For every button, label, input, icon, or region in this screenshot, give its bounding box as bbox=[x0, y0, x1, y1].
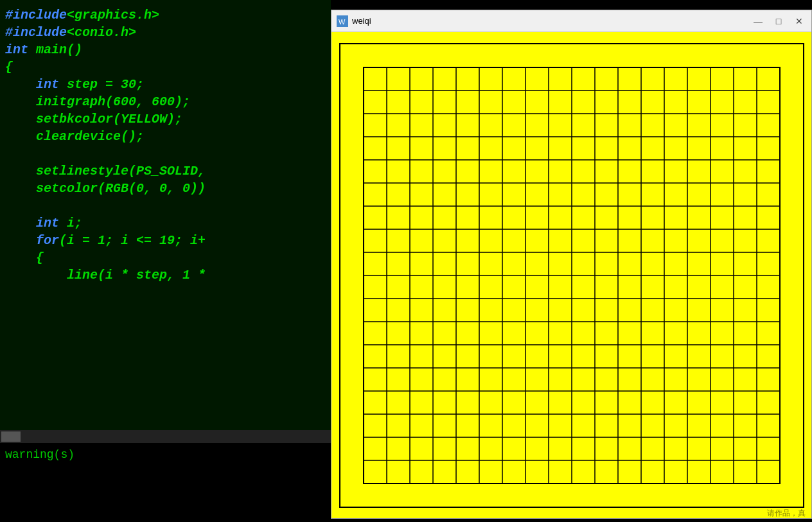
weiqi-titlebar: W weiqi — □ ✕ bbox=[331, 10, 811, 32]
console-output: warning(s) bbox=[5, 448, 75, 461]
restore-button[interactable]: □ bbox=[769, 14, 788, 28]
go-board bbox=[339, 43, 804, 508]
close-button[interactable]: ✕ bbox=[790, 14, 809, 28]
weiqi-window: W weiqi — □ ✕ bbox=[331, 10, 812, 519]
scrollbar-thumb[interactable] bbox=[1, 431, 21, 442]
window-controls[interactable]: — □ ✕ bbox=[748, 14, 809, 28]
svg-text:W: W bbox=[339, 18, 346, 26]
watermark: 请作品，真 bbox=[767, 508, 806, 519]
console-panel: warning(s) bbox=[0, 443, 331, 522]
weiqi-app-icon: W bbox=[337, 15, 348, 27]
window-title: weiqi bbox=[352, 16, 806, 26]
minimize-button[interactable]: — bbox=[748, 14, 768, 28]
code-content: #include<graphics.h> #include<conio.h> i… bbox=[5, 6, 326, 284]
code-editor: #include<graphics.h> #include<conio.h> i… bbox=[0, 0, 331, 430]
code-scrollbar[interactable] bbox=[0, 430, 331, 443]
weiqi-content bbox=[331, 32, 811, 518]
